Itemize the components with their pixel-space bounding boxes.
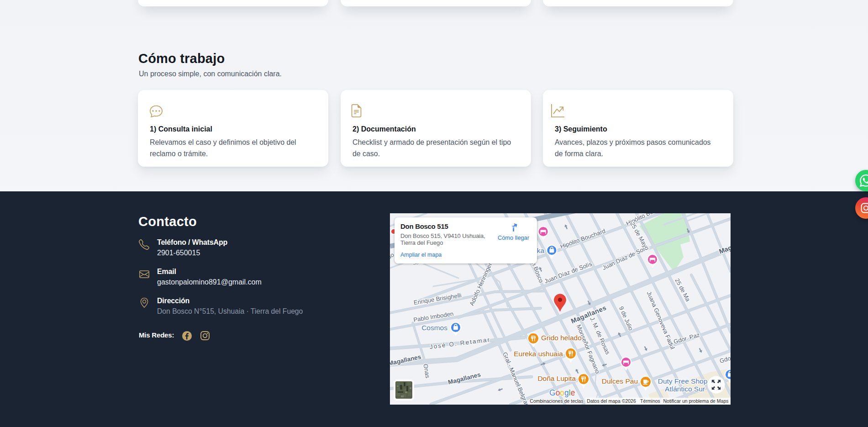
svg-text:Dulces Pau: Dulces Pau xyxy=(602,377,638,385)
svg-text:Google: Google xyxy=(549,388,575,397)
svg-text:Duty Free Shop: Duty Free Shop xyxy=(658,377,708,385)
svg-text:Eureka ushuaia: Eureka ushuaia xyxy=(514,350,563,358)
svg-text:Cosmos: Cosmos xyxy=(421,324,447,332)
svg-text:Atlántico Sur: Atlántico Sur xyxy=(665,385,705,393)
svg-text:Doña Lupita: Doña Lupita xyxy=(537,374,576,382)
svg-text:Términos: Términos xyxy=(640,398,660,404)
svg-text:Notificar un problema de Maps: Notificar un problema de Maps xyxy=(663,398,729,404)
svg-text:Combinaciones de teclas: Combinaciones de teclas xyxy=(530,398,583,404)
svg-text:Grido helado: Grido helado xyxy=(541,334,582,342)
svg-text:Datos del mapa ©2026: Datos del mapa ©2026 xyxy=(587,398,636,404)
